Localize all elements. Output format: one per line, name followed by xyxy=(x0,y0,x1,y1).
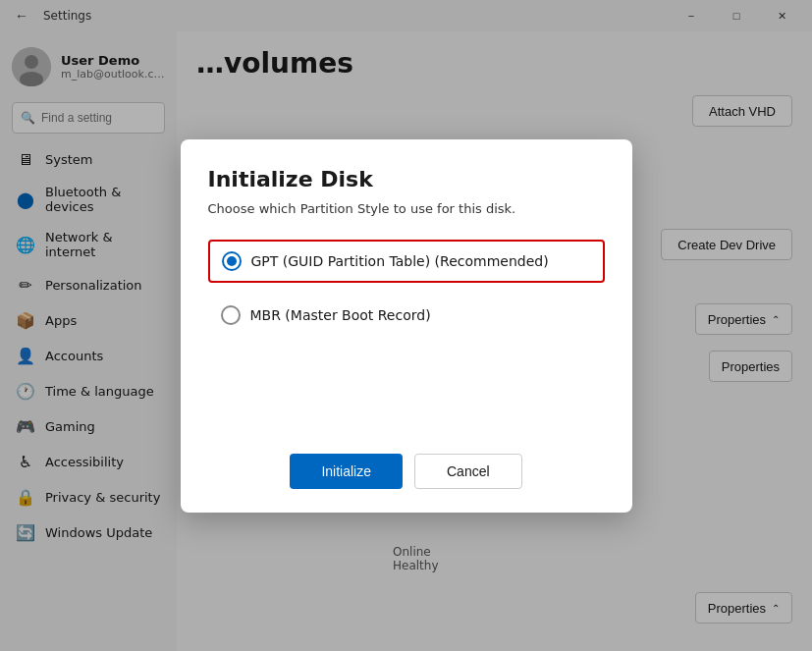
cancel-button[interactable]: Cancel xyxy=(414,454,522,489)
gpt-label: GPT (GUID Partition Table) (Recommended) xyxy=(251,253,549,269)
initialize-button[interactable]: Initialize xyxy=(290,454,403,489)
mbr-option[interactable]: MBR (Master Boot Record) xyxy=(208,295,605,336)
dialog-subtitle: Choose which Partition Style to use for … xyxy=(208,201,605,216)
dialog-overlay: Initialize Disk Choose which Partition S… xyxy=(0,0,812,651)
gpt-option[interactable]: GPT (GUID Partition Table) (Recommended) xyxy=(208,240,605,283)
gpt-radio[interactable] xyxy=(222,251,242,271)
dialog-title: Initialize Disk xyxy=(208,167,605,191)
initialize-disk-dialog: Initialize Disk Choose which Partition S… xyxy=(181,139,632,513)
mbr-radio[interactable] xyxy=(221,305,241,325)
mbr-label: MBR (Master Boot Record) xyxy=(250,307,431,323)
settings-window: ← Settings − □ ✕ User Demo xyxy=(0,0,812,651)
dialog-footer: Initialize Cancel xyxy=(208,454,605,489)
